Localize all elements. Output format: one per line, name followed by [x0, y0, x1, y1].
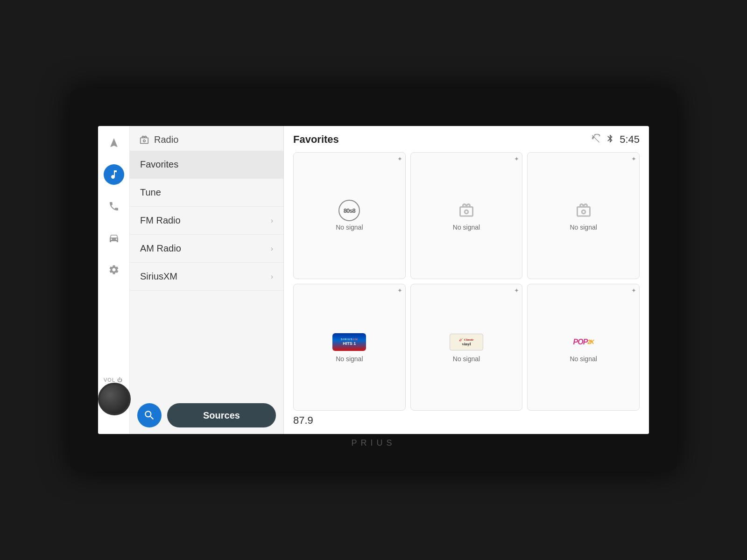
fm-chevron-icon: › [271, 217, 273, 225]
sidebar-item-settings[interactable] [104, 259, 124, 280]
sirius-chevron-icon: › [271, 273, 273, 281]
screen-area: Radio Favorites Tune FM Radio › AM Radio… [98, 126, 649, 434]
sidebar-item-music[interactable] [104, 164, 124, 185]
card6-status: No signal [570, 355, 597, 363]
volume-knob[interactable] [98, 383, 131, 415]
card5-status: No signal [453, 355, 480, 363]
station-logo-sirius: SIRIUSXM HITS 1 [332, 333, 366, 351]
card4-status: No signal [336, 355, 363, 363]
pin-icon-4: ✦ [397, 287, 402, 294]
search-button[interactable] [137, 403, 162, 427]
card4-logo: SIRIUSXM HITS 1 [331, 332, 368, 352]
vol-label: VOL ⏻ [104, 377, 123, 383]
sidebar-item-navigation[interactable] [104, 133, 124, 153]
favorite-card-6[interactable]: ✦ POP2K No signal [527, 284, 640, 411]
card2-logo [448, 200, 485, 221]
right-panel: Favorites 5:45 [284, 126, 649, 434]
menu-item-am-label: AM Radio [140, 243, 181, 254]
pin-icon-6: ✦ [631, 287, 636, 294]
station-logo-classic: 🎸 Classic vinyl [450, 334, 483, 350]
pin-icon-3: ✦ [631, 155, 636, 162]
card6-logo: POP2K [565, 332, 602, 352]
menu-item-tune-label: Tune [140, 187, 161, 198]
favorite-card-4[interactable]: ✦ SIRIUSXM HITS 1 No signal [293, 284, 406, 411]
pin-icon-2: ✦ [514, 155, 519, 162]
radio-title: Radio [154, 134, 178, 145]
sidebar-item-car[interactable] [104, 228, 124, 248]
menu-item-sirius[interactable]: SiriusXM › [130, 263, 283, 291]
menu-list: Favorites Tune FM Radio › AM Radio › Sir… [130, 151, 283, 397]
car-infotainment-device: Radio Favorites Tune FM Radio › AM Radio… [70, 89, 677, 471]
sidebar-item-phone[interactable] [104, 196, 124, 217]
menu-item-fm[interactable]: FM Radio › [130, 207, 283, 235]
favorites-grid: ✦ 80s8 No signal ✦ No signal [293, 152, 640, 411]
card3-logo [565, 200, 602, 221]
menu-item-tune[interactable]: Tune [130, 179, 283, 207]
bluetooth-icon [606, 134, 615, 145]
right-header: Favorites 5:45 [293, 133, 640, 146]
favorite-card-1[interactable]: ✦ 80s8 No signal [293, 152, 406, 279]
radio-icon-2 [455, 202, 478, 219]
pin-icon-5: ✦ [514, 287, 519, 294]
station-logo-pop: POP2K [567, 334, 600, 350]
favorites-title: Favorites [293, 133, 339, 146]
pin-icon-1: ✦ [397, 155, 402, 162]
menu-item-sirius-label: SiriusXM [140, 271, 177, 282]
card5-logo: 🎸 Classic vinyl [448, 332, 485, 352]
bottom-bar: Sources [130, 397, 283, 434]
frequency-display: 87.9 [293, 414, 640, 427]
left-panel: Radio Favorites Tune FM Radio › AM Radio… [130, 126, 284, 434]
status-bar: 5:45 [592, 133, 640, 146]
favorite-card-3[interactable]: ✦ No signal [527, 152, 640, 279]
brand-label: PRIUS [351, 438, 395, 448]
radio-header-icon [139, 135, 149, 145]
card1-status: No signal [336, 224, 363, 231]
search-icon [143, 409, 155, 421]
favorite-card-5[interactable]: ✦ 🎸 Classic vinyl No signal [410, 284, 523, 411]
card3-status: No signal [570, 224, 597, 231]
radio-icon-3 [572, 202, 595, 219]
station-logo-8058: 80s8 [338, 200, 360, 221]
am-chevron-icon: › [271, 245, 273, 253]
left-header: Radio [130, 126, 283, 151]
sources-button[interactable]: Sources [167, 403, 276, 427]
card2-status: No signal [453, 224, 480, 231]
no-signal-icon [592, 134, 601, 145]
menu-item-favorites[interactable]: Favorites [130, 151, 283, 179]
card1-logo: 80s8 [331, 200, 368, 221]
status-time: 5:45 [620, 133, 640, 146]
menu-item-am[interactable]: AM Radio › [130, 235, 283, 263]
menu-item-fm-label: FM Radio [140, 215, 181, 226]
favorite-card-2[interactable]: ✦ No signal [410, 152, 523, 279]
sources-label: Sources [203, 410, 240, 421]
menu-item-favorites-label: Favorites [140, 159, 178, 170]
